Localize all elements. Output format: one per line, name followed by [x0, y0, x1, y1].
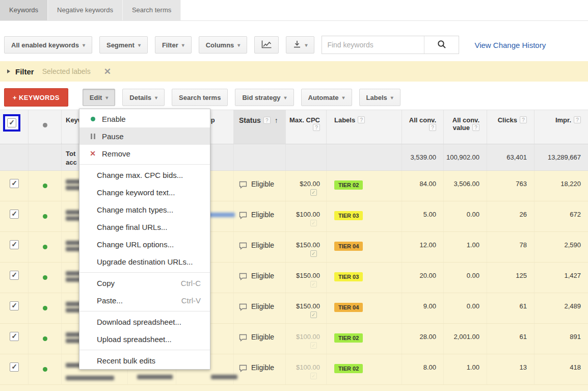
help-icon[interactable]: ? [429, 124, 436, 131]
label-chip[interactable]: TIER 02 [334, 180, 363, 190]
automate-dropdown-button[interactable]: Automate ▾ [301, 89, 352, 106]
download-icon [293, 40, 301, 50]
view-change-history-link[interactable]: View Change History [474, 41, 546, 49]
label-chip[interactable]: TIER 03 [334, 272, 363, 281]
check-icon: ✓ [11, 362, 17, 371]
search-terms-button[interactable]: Search terms [172, 89, 228, 106]
help-icon[interactable]: ? [358, 116, 365, 123]
menu-item-change-match-types[interactable]: Change match types... [79, 201, 210, 218]
menu-item-remove[interactable]: ✕ Remove [79, 145, 210, 162]
selection-highlight: ✓ [3, 114, 20, 132]
enhanced-cpc-icon: ✓ [310, 311, 317, 318]
label-chip[interactable]: TIER 03 [334, 211, 363, 220]
edit-menu: Enable Pause ✕ Remove Change max. CPC bi… [79, 109, 210, 370]
bid-strategy-dropdown-button[interactable]: Bid strategy ▾ [235, 89, 293, 106]
max-cpc-cell[interactable]: $100.00✓ [285, 354, 326, 384]
menu-item-download-spreadsheet[interactable]: Download spreadsheet... [79, 313, 210, 330]
label-chip[interactable]: TIER 02 [334, 333, 363, 343]
segment-dropdown-button[interactable]: Segment ▾ [99, 36, 148, 54]
tab-keywords[interactable]: Keywords [0, 0, 48, 20]
row-checkbox[interactable]: ✓ [10, 332, 19, 341]
labels-label: Labels [366, 94, 387, 101]
impr-cell: 2,489 [534, 293, 588, 323]
impr-cell: 2,590 [534, 232, 588, 262]
search-button[interactable] [424, 36, 459, 54]
all-conv-value-cell: 3,506.00 [443, 171, 487, 201]
columns-dropdown-button[interactable]: Columns ▾ [199, 36, 248, 54]
row-checkbox[interactable]: ✓ [10, 301, 19, 310]
menu-item-enable[interactable]: Enable [79, 110, 210, 127]
help-icon[interactable]: ? [520, 116, 527, 123]
label-chip[interactable]: TIER 02 [334, 364, 363, 373]
header-clicks[interactable]: Clicks? [487, 110, 534, 144]
help-icon[interactable]: ? [472, 124, 479, 131]
filter-clear-icon[interactable]: ✕ [104, 66, 111, 77]
row-checkbox[interactable]: ✓ [10, 240, 19, 249]
header-labels[interactable]: Labels? [326, 110, 402, 144]
check-icon: ✓ [11, 210, 17, 218]
enhanced-cpc-icon: ✓ [310, 281, 317, 288]
select-all-checkbox[interactable]: ✓ [7, 118, 16, 127]
chevron-down-icon: ▾ [182, 42, 184, 48]
redacted-campaign-text [137, 375, 173, 379]
menu-item-change-url-options[interactable]: Change URL options... [79, 236, 210, 253]
menu-item-upgrade-destination-urls[interactable]: Upgrade destination URLs... [79, 253, 210, 270]
status-dot-column-icon [43, 123, 47, 127]
menu-item-recent-bulk-edits[interactable]: Recent bulk edits [79, 352, 210, 369]
label-chip[interactable]: TIER 04 [334, 303, 363, 312]
menu-item-copy[interactable]: Copy Ctrl-C [79, 274, 210, 292]
header-all-conv-value[interactable]: All conv. value? [443, 110, 487, 144]
labels-cell: TIER 02 [326, 324, 402, 354]
filter-bar-title: Filter [15, 67, 34, 76]
filter-expand-icon[interactable] [7, 69, 10, 73]
menu-item-paste[interactable]: Paste... Ctrl-V [79, 292, 210, 309]
header-max-cpc[interactable]: Max. CPC? [285, 110, 326, 144]
clicks-cell: 125 [487, 263, 534, 293]
tab-negative-keywords[interactable]: Negative keywords [48, 0, 123, 20]
scope-dropdown-button[interactable]: All enabled keywords ▾ [4, 36, 92, 54]
menu-item-upload-spreadsheet[interactable]: Upload spreadsheet... [79, 330, 210, 348]
enabled-status-dot-icon [43, 306, 47, 310]
graph-button[interactable] [254, 36, 279, 54]
label-chip[interactable]: TIER 04 [334, 242, 363, 251]
help-icon[interactable]: ? [263, 117, 271, 124]
download-button[interactable]: ▾ [286, 36, 314, 54]
edit-dropdown-button[interactable]: Edit ▾ [83, 89, 116, 106]
max-cpc-cell[interactable]: $100.00✓ [285, 324, 326, 354]
max-cpc-cell[interactable]: $150.00✓ [285, 232, 326, 262]
tab-search-terms[interactable]: Search terms [123, 0, 181, 20]
header-all-conv[interactable]: All conv.? [402, 110, 443, 144]
menu-item-change-final-urls[interactable]: Change final URLs... [79, 218, 210, 236]
labels-cell: TIER 02 [326, 171, 402, 201]
bid-strategy-label: Bid strategy [242, 94, 280, 101]
search-input[interactable] [322, 36, 424, 54]
max-cpc-cell[interactable]: $150.00✓ [285, 293, 326, 323]
filter-dropdown-button[interactable]: Filter ▾ [155, 36, 192, 54]
help-icon[interactable]: ? [313, 124, 320, 131]
max-cpc-cell[interactable]: $20.00✓ [285, 171, 326, 201]
max-cpc-cell[interactable]: $150.00✓ [285, 263, 326, 293]
chevron-down-icon: ▾ [83, 42, 85, 48]
clicks-cell: 13 [487, 354, 534, 384]
divider [0, 20, 588, 21]
check-icon: ✓ [11, 301, 17, 309]
row-checkbox[interactable]: ✓ [10, 362, 19, 372]
totals-clicks: 63,401 [487, 144, 534, 170]
labels-dropdown-button[interactable]: Labels ▾ [359, 89, 400, 106]
header-status[interactable]: Status?↑ [233, 110, 285, 144]
menu-separator [79, 272, 210, 273]
menu-item-pause[interactable]: Pause [79, 127, 210, 145]
row-checkbox[interactable]: ✓ [10, 271, 19, 280]
chevron-down-icon: ▾ [305, 42, 307, 48]
impr-cell: 891 [534, 324, 588, 354]
add-keywords-button[interactable]: + KEYWORDS [4, 88, 68, 107]
max-cpc-cell[interactable]: $100.00✓ [285, 201, 326, 231]
row-checkbox[interactable]: ✓ [10, 210, 19, 219]
help-icon[interactable]: ? [574, 116, 581, 123]
details-dropdown-button[interactable]: Details ▾ [122, 89, 165, 106]
row-checkbox[interactable]: ✓ [10, 179, 19, 188]
menu-item-change-max-cpc-bids[interactable]: Change max. CPC bids... [79, 166, 210, 184]
menu-item-change-keyword-text[interactable]: Change keyword text... [79, 184, 210, 201]
chevron-down-icon: ▾ [105, 95, 108, 100]
header-impr[interactable]: Impr.? [534, 110, 588, 144]
